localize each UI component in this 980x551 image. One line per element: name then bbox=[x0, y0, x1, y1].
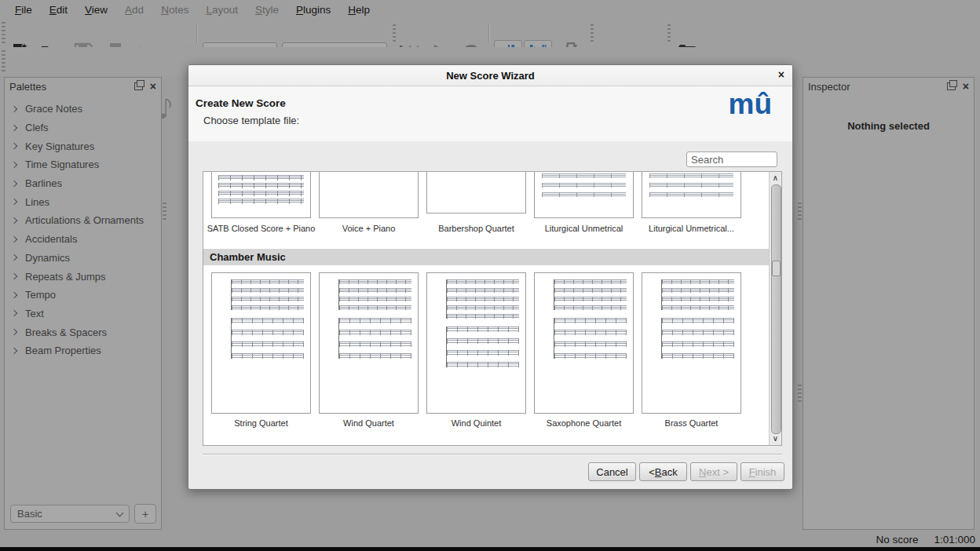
palette-item-repeats-jumps[interactable]: Repeats & Jumps bbox=[5, 267, 161, 286]
palette-item-articulations-ornaments[interactable]: Articulations & Ornaments bbox=[5, 211, 161, 230]
section-header: Chamber Music bbox=[203, 249, 769, 265]
dialog-separator bbox=[203, 454, 782, 455]
splitter-grip[interactable] bbox=[798, 203, 802, 221]
palette-item-clefs[interactable]: Clefs bbox=[5, 119, 161, 137]
toolbar-drag-handle[interactable] bbox=[2, 22, 5, 44]
cancel-button[interactable]: Cancel bbox=[588, 462, 636, 481]
inspector-empty-text: Nothing selected bbox=[803, 120, 974, 132]
palette-item-label: Clefs bbox=[25, 122, 49, 133]
palette-item-label: Tempo bbox=[25, 289, 56, 301]
menu-file[interactable]: File bbox=[6, 2, 41, 17]
template-thumbnail bbox=[319, 172, 419, 218]
palette-item-grace-notes[interactable]: Grace Notes bbox=[5, 100, 161, 119]
chevron-right-icon bbox=[11, 143, 17, 149]
chevron-right-icon bbox=[11, 273, 17, 279]
dialog-title: New Score Wizard bbox=[446, 70, 535, 82]
menu-plugins[interactable]: Plugins bbox=[287, 2, 339, 17]
dialog-subheading: Choose template file: bbox=[203, 115, 299, 126]
splitter-grip[interactable] bbox=[798, 385, 802, 403]
scrollbar-grip[interactable] bbox=[772, 261, 781, 276]
palette-item-beam-properties[interactable]: Beam Properties bbox=[5, 341, 161, 360]
palette-item-label: Repeats & Jumps bbox=[25, 271, 106, 283]
palette-item-label: Grace Notes bbox=[25, 103, 82, 115]
musescore-window: File Edit View Add Notes Layout Style Pl… bbox=[0, 0, 980, 551]
chevron-right-icon bbox=[11, 199, 17, 205]
template-thumbnail bbox=[426, 172, 526, 213]
palette-item-label: Dynamics bbox=[25, 252, 70, 264]
back-button[interactable]: < Back bbox=[639, 462, 687, 481]
next-button[interactable]: Next > bbox=[690, 462, 737, 481]
template-thumbnail bbox=[642, 172, 741, 218]
scrollbar-thumb[interactable] bbox=[771, 184, 781, 434]
template-label: Saxophone Quartet bbox=[529, 418, 638, 428]
palette-item-label: Text bbox=[25, 308, 44, 319]
bottom-edge bbox=[0, 547, 980, 551]
palette-item-tempo[interactable]: Tempo bbox=[5, 286, 161, 305]
scroll-up-icon[interactable]: ∧ bbox=[770, 173, 781, 184]
template-label: Voice + Piano bbox=[314, 224, 423, 233]
template-list: SATB Closed Score + Piano Voice + Piano … bbox=[203, 171, 782, 446]
palette-item-breaks-spacers[interactable]: Breaks & Spacers bbox=[5, 323, 161, 341]
palette-item-label: Beam Properties bbox=[25, 345, 101, 356]
template-label: String Quartet bbox=[207, 418, 316, 428]
inspector-panel: Inspector × Nothing selected bbox=[803, 77, 975, 530]
palette-item-label: Key Signatures bbox=[25, 140, 94, 152]
inspector-panel-header: Inspector × bbox=[803, 78, 974, 95]
file-toolbar: 100% Page View bbox=[0, 19, 980, 47]
palettes-panel: Palettes × Grace NotesClefsKey Signature… bbox=[4, 77, 162, 530]
palette-item-label: Articulations & Ornaments bbox=[25, 214, 144, 226]
chevron-right-icon bbox=[11, 310, 17, 316]
template-thumbnail bbox=[534, 172, 634, 218]
workspace-value: Basic bbox=[17, 508, 42, 520]
template-label: Barbershop Quartet bbox=[422, 224, 531, 233]
menu-style[interactable]: Style bbox=[247, 2, 287, 17]
menu-add[interactable]: Add bbox=[116, 2, 152, 17]
palette-item-lines[interactable]: Lines bbox=[5, 192, 161, 211]
menu-view[interactable]: View bbox=[76, 2, 116, 17]
splitter-grip[interactable] bbox=[163, 203, 166, 221]
menu-edit[interactable]: Edit bbox=[41, 2, 76, 17]
palette-item-dynamics[interactable]: Dynamics bbox=[5, 249, 161, 268]
palette-item-label: Accidentals bbox=[25, 233, 77, 245]
palette-item-time-signatures[interactable]: Time Signatures bbox=[5, 155, 161, 174]
dialog-title-bar[interactable]: New Score Wizard × bbox=[188, 65, 792, 86]
float-panel-icon[interactable] bbox=[947, 82, 956, 90]
template-list-scrollbar[interactable]: ∧ ∨ bbox=[769, 172, 781, 445]
palette-list: Grace NotesClefsKey SignaturesTime Signa… bbox=[5, 100, 161, 360]
palette-item-label: Breaks & Spacers bbox=[25, 327, 107, 338]
new-score-wizard-dialog: New Score Wizard × Create New Score Choo… bbox=[188, 64, 793, 490]
palette-item-barlines[interactable]: Barlines bbox=[5, 174, 161, 193]
palettes-title: Palettes bbox=[9, 81, 134, 93]
finish-button[interactable]: Finish bbox=[740, 462, 784, 481]
workspace-select[interactable]: Basic bbox=[10, 505, 130, 523]
palette-item-label: Time Signatures bbox=[25, 159, 99, 170]
section-header-label: Chamber Music bbox=[210, 251, 286, 263]
close-panel-icon[interactable]: × bbox=[963, 81, 969, 92]
score-state-text: No score bbox=[876, 534, 918, 546]
palette-item-accidentals[interactable]: Accidentals bbox=[5, 230, 161, 249]
dialog-close-icon[interactable]: × bbox=[778, 69, 784, 80]
template-thumbnail bbox=[426, 272, 526, 414]
workspace-row: Basic + bbox=[10, 504, 156, 524]
template-search-input[interactable] bbox=[686, 151, 777, 167]
toolbar-separator bbox=[393, 24, 396, 42]
menu-help[interactable]: Help bbox=[339, 2, 378, 17]
dialog-header: Create New Score Choose template file: m… bbox=[188, 86, 792, 141]
palette-item-label: Barlines bbox=[25, 177, 62, 189]
template-thumbnail bbox=[319, 272, 419, 414]
musescore-logo-icon: mû bbox=[729, 88, 773, 121]
palette-item-label: Lines bbox=[25, 196, 49, 208]
template-thumbnail bbox=[642, 272, 741, 414]
menu-notes[interactable]: Notes bbox=[152, 2, 197, 17]
add-workspace-button[interactable]: + bbox=[134, 504, 156, 524]
chevron-right-icon bbox=[11, 106, 17, 112]
menu-layout[interactable]: Layout bbox=[197, 2, 247, 17]
toolbar-drag-handle[interactable] bbox=[2, 50, 5, 72]
scroll-down-icon[interactable]: ∨ bbox=[770, 433, 781, 444]
float-panel-icon[interactable] bbox=[134, 82, 143, 90]
template-label: SATB Closed Score + Piano bbox=[207, 224, 316, 233]
template-label: Liturgical Unmetrical... bbox=[637, 224, 746, 233]
palette-item-key-signatures[interactable]: Key Signatures bbox=[5, 137, 161, 155]
palette-item-text[interactable]: Text bbox=[5, 305, 161, 323]
close-panel-icon[interactable]: × bbox=[150, 81, 156, 92]
